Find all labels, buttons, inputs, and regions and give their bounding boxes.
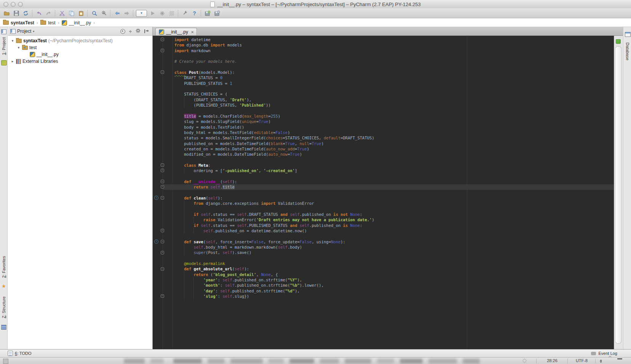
paste-icon[interactable] — [76, 9, 86, 18]
database-icon[interactable] — [625, 32, 631, 37]
fold-marker-end-icon[interactable]: ^ — [161, 251, 164, 254]
find-icon[interactable] — [89, 9, 99, 18]
sidebar-item-structure[interactable]: Z: Structure — [2, 292, 6, 322]
code-line[interactable]: slug = models.SlugField(unique=True) — [174, 119, 614, 124]
replace-icon[interactable]: A — [99, 9, 109, 18]
code-line[interactable]: return ('blog_post_detail', None, { — [174, 272, 614, 277]
fold-marker-open-icon[interactable]: − — [161, 38, 164, 41]
code-line[interactable] — [174, 233, 614, 239]
run-icon[interactable] — [148, 9, 157, 18]
code-line[interactable]: ordering = ['-published_on', '-created_o… — [174, 168, 614, 173]
code-line[interactable]: def __unicode__(self): — [174, 179, 614, 184]
code-line[interactable]: super(Post, self).save() — [174, 250, 614, 255]
code-line[interactable] — [174, 157, 614, 163]
profile-grid-icon[interactable] — [167, 9, 176, 18]
code-line[interactable]: created_on = models.DateTimeField(auto_n… — [174, 146, 614, 152]
copy-icon[interactable] — [67, 9, 76, 18]
code-line[interactable]: modified_on = models.DateTimeField(auto_… — [174, 152, 614, 157]
fold-marker-end-icon[interactable]: ^ — [161, 229, 164, 232]
tree-row-external-libraries[interactable]: ▸ External Libraries — [8, 58, 152, 65]
overrides-method-icon[interactable]: ↑ — [154, 196, 158, 200]
code-editor[interactable]: −^−−^−^−↑^−↑^−^ import datetimefrom djan… — [153, 36, 614, 349]
code-line[interactable] — [174, 86, 614, 91]
code-line[interactable] — [174, 108, 614, 113]
code-line[interactable] — [174, 53, 614, 59]
run-config-dropdown[interactable]: ▼ — [135, 9, 148, 18]
code-line[interactable]: class Meta: — [174, 163, 614, 168]
gear-icon[interactable] — [136, 28, 141, 34]
import-settings-icon[interactable] — [212, 9, 222, 18]
fold-marker-open-icon[interactable]: − — [161, 180, 164, 183]
inspection-status-indicator[interactable] — [616, 39, 621, 44]
fold-marker-open-icon[interactable]: − — [161, 70, 164, 74]
line-separator-toggle-icon[interactable] — [600, 358, 602, 364]
caret-position[interactable]: 28:26 — [541, 358, 564, 363]
code-line[interactable]: (DRAFT_STATUS, 'Draft'), — [174, 97, 614, 102]
settings-wrench-icon[interactable] — [180, 9, 190, 18]
code-line[interactable]: def get_absolute_url(self): — [174, 266, 614, 271]
tree-row-package-test[interactable]: ▾ test — [8, 44, 152, 51]
cut-icon[interactable] — [57, 9, 67, 18]
code-line[interactable]: def save(self, force_insert=False, force… — [174, 239, 614, 244]
code-line[interactable]: status = models.SmallIntegerField(choice… — [174, 135, 614, 140]
star-icon[interactable]: ★ — [2, 284, 6, 289]
structure-icon[interactable] — [1, 325, 6, 330]
code-line[interactable]: class Post(models.Model): — [174, 70, 614, 75]
background-tasks-icon[interactable] — [522, 358, 527, 364]
code-line[interactable]: STATUS_CHOICES = ( — [174, 91, 614, 97]
code-line[interactable] — [174, 190, 614, 195]
fold-marker-open-icon[interactable]: − — [161, 196, 164, 200]
todo-tool-button[interactable]: 6: TODO — [8, 350, 32, 357]
overrides-method-icon[interactable]: ↑ — [154, 239, 158, 244]
code-line[interactable]: body = models.TextField() — [174, 125, 614, 130]
close-icon[interactable]: × — [191, 30, 193, 34]
code-line[interactable]: from django.core.exceptions import Valid… — [174, 201, 614, 206]
code-line[interactable]: from django.db import models — [174, 42, 614, 48]
help-icon[interactable]: ? — [190, 9, 199, 18]
code-line[interactable]: def clean(self): — [174, 195, 614, 201]
code-line[interactable]: DRAFT_STATUS = 0 — [174, 75, 614, 80]
scrollbar-thumb[interactable] — [615, 46, 622, 344]
code-line[interactable]: if self.status == self.PUBLISHED_STATUS … — [174, 223, 614, 228]
code-line[interactable]: # Create your models here. — [174, 59, 614, 64]
save-all-icon[interactable] — [11, 9, 21, 18]
breadcrumb-item-package[interactable]: test — [40, 20, 55, 26]
code-line[interactable]: 'year': self.published_on.strftime("%Y")… — [174, 277, 614, 283]
editor-scrollbar[interactable] — [614, 36, 623, 349]
chevron-down-icon[interactable]: ▾ — [33, 30, 34, 33]
breadcrumb-item-project[interactable]: syntaxTest — [3, 20, 34, 26]
nav-back-icon[interactable] — [112, 9, 122, 18]
code-line[interactable] — [174, 174, 614, 179]
code-line[interactable]: title = models.CharField(max_length=255) — [174, 113, 614, 119]
tree-row-init-file[interactable]: __init__.py — [8, 51, 152, 58]
hide-panel-icon[interactable] — [144, 29, 149, 33]
sidebar-item-database[interactable]: Database — [625, 38, 630, 65]
sidebar-item-project[interactable]: 1: Project — [2, 33, 6, 59]
fold-marker-open-icon[interactable]: − — [161, 267, 164, 271]
coverage-icon[interactable] — [157, 9, 167, 18]
fold-marker-open-icon[interactable]: − — [161, 240, 164, 243]
window-zoom-button[interactable] — [18, 2, 23, 7]
window-minimize-button[interactable] — [11, 2, 16, 7]
chevron-expanded-icon[interactable]: ▾ — [11, 39, 14, 43]
code-line[interactable]: raise ValidationError('Draft entries may… — [174, 217, 614, 222]
undo-icon[interactable] — [34, 9, 44, 18]
window-close-button[interactable] — [3, 2, 8, 7]
code-line[interactable]: 'slug': self.slug}) — [174, 294, 614, 299]
code-line[interactable]: @models.permalink — [174, 261, 614, 266]
export-settings-icon[interactable] — [203, 9, 212, 18]
code-line[interactable] — [174, 255, 614, 261]
tree-row-project-root[interactable]: ▾ syntaxTest (~/PycharmProjects/syntaxTe… — [8, 37, 152, 44]
code-line[interactable]: body_html = models.TextField(editable=Fa… — [174, 130, 614, 135]
code-line[interactable]: 'month': self.published_on.strftime("%b"… — [174, 283, 614, 288]
code-line[interactable]: return self.title — [174, 184, 614, 190]
locate-file-icon[interactable] — [120, 29, 125, 34]
code-line[interactable]: self.published_on = datetime.datetime.no… — [174, 228, 614, 233]
code-line[interactable]: 'day': self.published_on.strftime("%d"), — [174, 288, 614, 294]
code-line[interactable]: published_on = models.DateTimeField(blan… — [174, 141, 614, 146]
tab-init-py[interactable]: __init__.py × — [155, 28, 197, 35]
chevron-collapsed-icon[interactable]: ▸ — [11, 59, 14, 63]
code-line[interactable]: self.body_html = markdown.markdown(self.… — [174, 244, 614, 250]
event-log-button[interactable]: Event Log — [591, 350, 617, 357]
fold-marker-end-icon[interactable]: ^ — [161, 49, 164, 52]
